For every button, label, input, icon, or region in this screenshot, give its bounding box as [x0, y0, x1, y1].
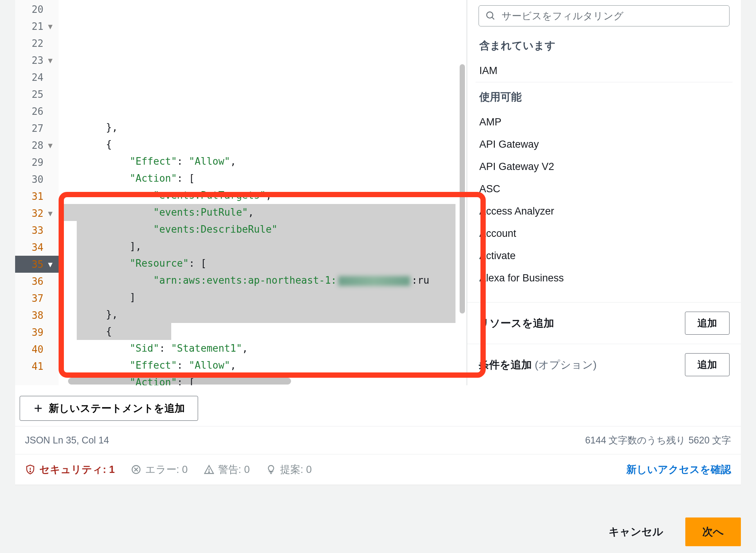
error-icon: [131, 464, 141, 475]
lint-bar: セキュリティ: 1 エラー: 0 警告: 0 提案: 0 新しいアクセスを確認: [15, 454, 741, 485]
included-header: 含まれています: [476, 34, 733, 60]
service-item[interactable]: API Gateway V2: [476, 156, 733, 178]
warning-icon: [204, 464, 214, 475]
service-filter-input[interactable]: [479, 5, 730, 26]
lint-warnings[interactable]: 警告: 0: [204, 463, 250, 476]
lint-suggestions[interactable]: 提案: 0: [266, 463, 312, 476]
add-condition-button[interactable]: 追加: [685, 353, 730, 376]
json-policy-editor[interactable]: 2021222324252627282930313233343536373839…: [15, 0, 467, 385]
shield-alert-icon: [25, 464, 36, 475]
svg-point-10: [208, 472, 209, 473]
add-condition-label: 条件を追加 (オプション): [479, 358, 596, 372]
service-item[interactable]: Activate: [476, 245, 733, 267]
service-item[interactable]: AMP: [476, 111, 733, 133]
available-header: 使用可能: [476, 82, 733, 111]
service-item[interactable]: ASC: [476, 178, 733, 200]
char-count: 6144 文字数のうち残り 5620 文字: [585, 434, 731, 446]
add-statement-button[interactable]: 新しいステートメントを追加: [20, 396, 198, 421]
service-item[interactable]: Alexa for Business: [476, 267, 733, 289]
service-item[interactable]: IAM: [476, 60, 733, 82]
svg-point-5: [30, 471, 31, 472]
cancel-button[interactable]: キャンセル: [596, 517, 676, 546]
editor-gutter: 2021222324252627282930313233343536373839…: [15, 0, 59, 385]
editor-status-bar: JSON Ln 35, Col 14 6144 文字数のうち残り 5620 文字: [15, 426, 741, 454]
lint-errors[interactable]: エラー: 0: [131, 463, 188, 476]
add-condition-row: 条件を追加 (オプション) 追加: [467, 344, 741, 385]
service-item[interactable]: API Gateway: [476, 133, 733, 156]
wizard-footer: キャンセル 次へ: [596, 517, 741, 546]
add-resource-row: リソースを追加 追加: [467, 302, 741, 344]
next-button[interactable]: 次へ: [685, 517, 741, 546]
svg-line-1: [492, 17, 494, 20]
review-access-link[interactable]: 新しいアクセスを確認: [626, 464, 731, 475]
add-statement-label: 新しいステートメントを追加: [49, 402, 185, 415]
plus-icon: [33, 403, 43, 414]
service-list[interactable]: 含まれています IAM 使用可能 AMP API Gateway API Gat…: [467, 34, 741, 302]
lint-security[interactable]: セキュリティ: 1: [25, 463, 115, 476]
actions-sidebar: 含まれています IAM 使用可能 AMP API Gateway API Gat…: [467, 0, 741, 385]
search-icon: [485, 11, 496, 21]
service-item[interactable]: Access Analyzer: [476, 200, 733, 222]
add-resource-button[interactable]: 追加: [685, 312, 730, 335]
service-item[interactable]: Account: [476, 222, 733, 245]
svg-point-0: [487, 12, 493, 18]
editor-code-body[interactable]: }, { "Effect": "Allow", "Action": [ "eve…: [59, 0, 466, 385]
lightbulb-icon: [266, 464, 276, 475]
cursor-position: JSON Ln 35, Col 14: [25, 435, 109, 446]
add-resource-label: リソースを追加: [479, 316, 554, 331]
